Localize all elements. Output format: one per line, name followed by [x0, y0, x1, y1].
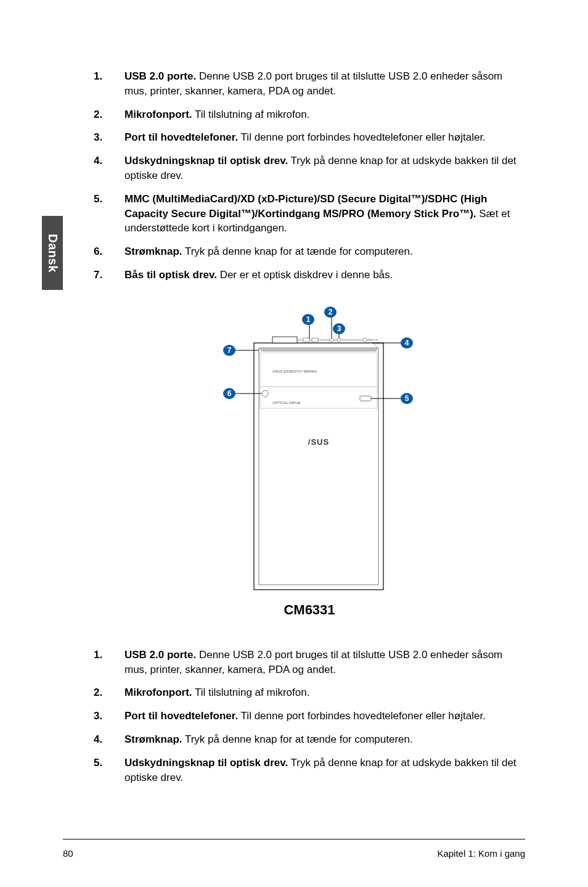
list-num: 7.: [94, 268, 125, 283]
list-body: Udskydningsknap til optisk drev. Tryk på…: [125, 154, 525, 183]
asus-logo: /SUS: [308, 437, 329, 447]
footer-divider: [63, 839, 525, 840]
list-item: 5.MMC (MultiMediaCard)/XD (xD-Picture)/S…: [94, 192, 525, 236]
list-body: USB 2.0 porte. Denne USB 2.0 port bruges…: [125, 648, 525, 677]
page: Dansk 1.USB 2.0 porte. Denne USB 2.0 por…: [0, 0, 588, 887]
svg-marker-2: [259, 348, 378, 352]
list-item: 2.Mikrofonport. Til tilslutning af mikro…: [94, 107, 525, 122]
list-body: Strømknap. Tryk på denne knap for at tæn…: [125, 732, 525, 747]
list-body: Port til hovedtelefoner. Til denne port …: [125, 130, 525, 145]
svg-point-8: [337, 338, 341, 342]
svg-point-9: [363, 338, 367, 342]
list-body: Bås til optisk drev. Der er et optisk di…: [125, 268, 525, 283]
list-item: 1.USB 2.0 porte. Denne USB 2.0 port brug…: [94, 648, 525, 677]
list-num: 3.: [94, 709, 125, 724]
feature-list-2: 1.USB 2.0 porte. Denne USB 2.0 port brug…: [94, 648, 525, 785]
svg-text:6: 6: [227, 389, 232, 398]
page-number: 80: [63, 848, 73, 859]
callout-2: 2: [324, 307, 337, 338]
list-item: 5.Udskydningsknap til optisk drev. Tryk …: [94, 756, 525, 785]
device-label-top: ASUS ESSENTIO SERIES: [272, 369, 317, 373]
svg-text:3: 3: [337, 324, 341, 333]
list-num: 4.: [94, 732, 125, 747]
svg-rect-3: [272, 337, 297, 343]
list-item: 1.USB 2.0 porte. Denne USB 2.0 port brug…: [94, 69, 525, 99]
device-svg: ASUS ESSENTIO SERIES OPTICAL DRIVE /SUS …: [180, 300, 439, 596]
list-num: 2.: [94, 107, 125, 122]
svg-text:7: 7: [227, 346, 232, 355]
list-item: 3.Port til hovedtelefoner. Til denne por…: [94, 709, 525, 724]
svg-point-7: [330, 338, 333, 342]
list-item: 7.Bås til optisk drev. Der er et optisk …: [94, 268, 525, 283]
device-diagram: ASUS ESSENTIO SERIES OPTICAL DRIVE /SUS …: [94, 300, 525, 618]
callout-7: 7: [223, 345, 259, 356]
list-body: Udskydningsknap til optisk drev. Tryk på…: [125, 756, 525, 785]
list-body: Mikrofonport. Til tilslutning af mikrofo…: [125, 685, 525, 700]
list-item: 3.Port til hovedtelefoner. Til denne por…: [94, 130, 525, 145]
chapter-label: Kapitel 1: Kom i gang: [437, 848, 525, 859]
callout-3: 3: [333, 323, 345, 338]
list-body: Mikrofonport. Til tilslutning af mikrofo…: [125, 107, 525, 122]
svg-text:1: 1: [306, 315, 311, 324]
svg-text:4: 4: [405, 339, 409, 347]
device-label-mid: OPTICAL DRIVE: [272, 401, 300, 405]
language-sidetab: Dansk: [42, 216, 63, 290]
list-num: 6.: [94, 244, 125, 259]
svg-rect-12: [260, 387, 377, 408]
svg-point-13: [262, 390, 268, 397]
list-num: 4.: [94, 154, 125, 183]
list-body: MMC (MultiMediaCard)/XD (xD-Picture)/SD …: [125, 192, 525, 236]
diagram-caption: CM6331: [284, 602, 335, 618]
language-sidetab-label: Dansk: [46, 234, 60, 273]
list-body: Strømknap. Tryk på denne knap for at tæn…: [125, 244, 525, 259]
list-body: USB 2.0 porte. Denne USB 2.0 port bruges…: [125, 69, 525, 99]
feature-list-1: 1.USB 2.0 porte. Denne USB 2.0 port brug…: [94, 69, 525, 283]
list-item: 2.Mikrofonport. Til tilslutning af mikro…: [94, 685, 525, 700]
svg-rect-5: [303, 338, 309, 342]
list-num: 5.: [94, 756, 125, 785]
list-num: 1.: [94, 648, 125, 677]
list-num: 5.: [94, 192, 125, 236]
page-footer: 80 Kapitel 1: Kom i gang: [0, 839, 588, 859]
list-item: 4.Strømknap. Tryk på denne knap for at t…: [94, 732, 525, 747]
svg-text:5: 5: [405, 394, 409, 403]
svg-rect-14: [360, 396, 371, 401]
list-num: 1.: [94, 69, 125, 99]
list-num: 3.: [94, 130, 125, 145]
list-num: 2.: [94, 685, 125, 700]
list-body: Port til hovedtelefoner. Til denne port …: [125, 709, 525, 724]
list-item: 6.Strømknap. Tryk på denne knap for at t…: [94, 244, 525, 259]
svg-text:2: 2: [329, 308, 333, 316]
list-item: 4.Udskydningsknap til optisk drev. Tryk …: [94, 154, 525, 183]
svg-rect-6: [312, 338, 318, 342]
callout-1: 1: [302, 314, 314, 339]
